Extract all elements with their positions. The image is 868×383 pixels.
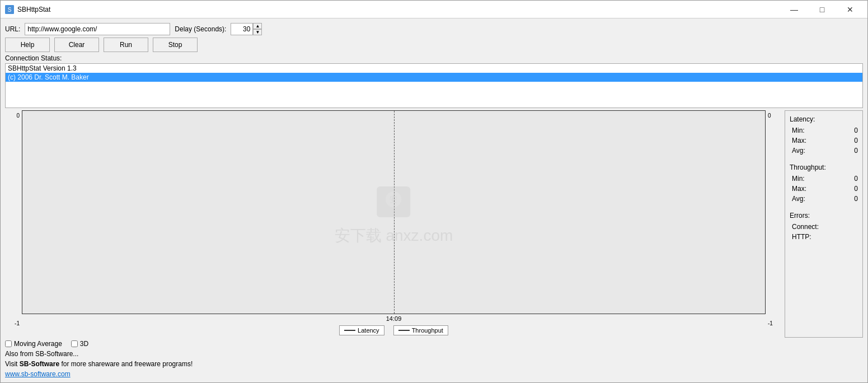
title-bar: S SBHttpStat — □ ✕ <box>1 1 867 18</box>
latency-title: Latency: <box>790 115 858 123</box>
connection-section: Connection Status: SBHttpStat Version 1.… <box>5 54 863 108</box>
title-bar-controls: — □ ✕ <box>781 2 863 17</box>
title-bar-left: S SBHttpStat <box>5 5 50 14</box>
throughput-legend-label: Throughput <box>412 327 443 334</box>
minimize-button[interactable]: — <box>781 2 807 17</box>
chart-area-wrapper: 0 Throughput -1 <box>5 110 782 338</box>
status-list: SBHttpStat Version 1.3 (c) 2006 Dr. Scot… <box>5 63 863 108</box>
status-item-1[interactable]: SBHttpStat Version 1.3 <box>6 64 862 73</box>
spin-up-button[interactable]: ▲ <box>253 23 262 29</box>
spin-down-button[interactable]: ▼ <box>253 29 262 35</box>
x-label-time: 14:09 <box>386 315 402 322</box>
url-input[interactable] <box>25 23 170 35</box>
throughput-min-value: 0 <box>847 175 858 183</box>
throughput-max-label: Max: <box>792 185 806 193</box>
legend-throughput: Throughput <box>393 325 448 335</box>
latency-line-icon <box>344 330 355 331</box>
visit-row: Visit SB-Software for more shareware and… <box>5 360 863 368</box>
url-label: URL: <box>5 25 20 33</box>
link-row: www.sb-software.com <box>5 370 863 378</box>
y-right-top: 0 <box>768 113 771 119</box>
latency-max-row: Max: 0 <box>790 137 858 144</box>
visit-after: for more shareware and freeware programs… <box>59 360 193 368</box>
throughput-avg-row: Avg: 0 <box>790 195 858 203</box>
checkbox-row: Moving Average 3D <box>5 340 863 348</box>
chart-container: 0 Throughput -1 <box>5 110 782 338</box>
maximize-button[interactable]: □ <box>809 2 835 17</box>
run-button[interactable]: Run <box>104 38 148 52</box>
y-left-top: 0 <box>16 113 20 119</box>
chart-legend: Latency Throughput <box>22 323 766 338</box>
also-from: Also from SB-Software... <box>5 350 863 358</box>
delay-input[interactable] <box>231 23 253 35</box>
button-row: Help Clear Run Stop <box>5 38 863 52</box>
latency-min-label: Min: <box>792 127 805 134</box>
y-left-bottom: -1 <box>15 320 20 326</box>
main-window: S SBHttpStat — □ ✕ URL: Delay (Seconds):… <box>0 0 868 383</box>
latency-min-value: 0 <box>847 127 858 134</box>
bottom-section: Moving Average 3D Also from SB-Software.… <box>5 340 863 378</box>
legend-latency: Latency <box>339 325 384 335</box>
status-item-2[interactable]: (c) 2006 Dr. Scott M. Baker <box>6 73 862 82</box>
throughput-title: Throughput: <box>790 164 858 171</box>
close-button[interactable]: ✕ <box>837 2 863 17</box>
throughput-max-value: 0 <box>847 185 858 193</box>
latency-max-value: 0 <box>847 137 858 144</box>
visit-plain: Visit <box>5 360 20 368</box>
errors-title: Errors: <box>790 212 858 219</box>
y-axis-left: 0 Throughput -1 <box>5 110 22 338</box>
three-d-checkbox[interactable] <box>71 340 78 347</box>
throughput-avg-value: 0 <box>847 195 858 203</box>
sb-software-link[interactable]: www.sb-software.com <box>5 370 71 378</box>
three-d-checkbox-item[interactable]: 3D <box>71 340 88 348</box>
three-d-label: 3D <box>80 340 88 348</box>
chart-inner: 安 安下载 anxz.com 14:09 Latency <box>22 110 766 338</box>
connect-error-value <box>847 223 858 231</box>
connection-label: Connection Status: <box>5 54 863 62</box>
latency-max-label: Max: <box>792 137 806 144</box>
chart-x-labels: 14:09 <box>22 314 766 323</box>
latency-legend-label: Latency <box>358 327 379 334</box>
app-icon: S <box>5 5 14 14</box>
throughput-line-icon <box>398 330 410 331</box>
y-right-bottom: -1 <box>768 320 773 326</box>
stats-panel: Latency: Min: 0 Max: 0 Avg: 0 Throughput… <box>785 110 863 338</box>
latency-avg-row: Avg: 0 <box>790 147 858 155</box>
delay-spinner: ▲ ▼ <box>231 23 262 35</box>
throughput-min-row: Min: 0 <box>790 175 858 183</box>
url-row: URL: Delay (Seconds): ▲ ▼ <box>5 23 863 35</box>
latency-min-row: Min: 0 <box>790 127 858 134</box>
moving-average-label: Moving Average <box>14 340 62 348</box>
latency-avg-value: 0 <box>847 147 858 155</box>
dashed-line <box>394 111 395 314</box>
delay-label: Delay (Seconds): <box>175 25 226 33</box>
help-button[interactable]: Help <box>5 38 50 52</box>
y-axis-right: 0 Latency -1 <box>766 110 782 338</box>
moving-average-checkbox[interactable] <box>5 340 12 347</box>
chart-canvas: 安 安下载 anxz.com <box>22 110 766 314</box>
http-error-value <box>847 233 858 241</box>
spin-buttons: ▲ ▼ <box>253 23 262 35</box>
moving-average-checkbox-item[interactable]: Moving Average <box>5 340 62 348</box>
http-error-label: HTTP: <box>792 233 811 241</box>
connect-error-row: Connect: <box>790 223 858 231</box>
content-area: URL: Delay (Seconds): ▲ ▼ Help Clear Run… <box>1 18 867 382</box>
latency-avg-label: Avg: <box>792 147 805 155</box>
stop-button[interactable]: Stop <box>153 38 198 52</box>
chart-section: 0 Throughput -1 <box>5 110 863 338</box>
http-error-row: HTTP: <box>790 233 858 241</box>
svg-text:S: S <box>8 7 12 13</box>
clear-button[interactable]: Clear <box>54 38 99 52</box>
visit-brand: SB-Software <box>20 360 59 368</box>
window-title: SBHttpStat <box>17 6 50 13</box>
throughput-avg-label: Avg: <box>792 195 805 203</box>
connect-error-label: Connect: <box>792 223 819 231</box>
throughput-max-row: Max: 0 <box>790 185 858 193</box>
throughput-min-label: Min: <box>792 175 805 183</box>
